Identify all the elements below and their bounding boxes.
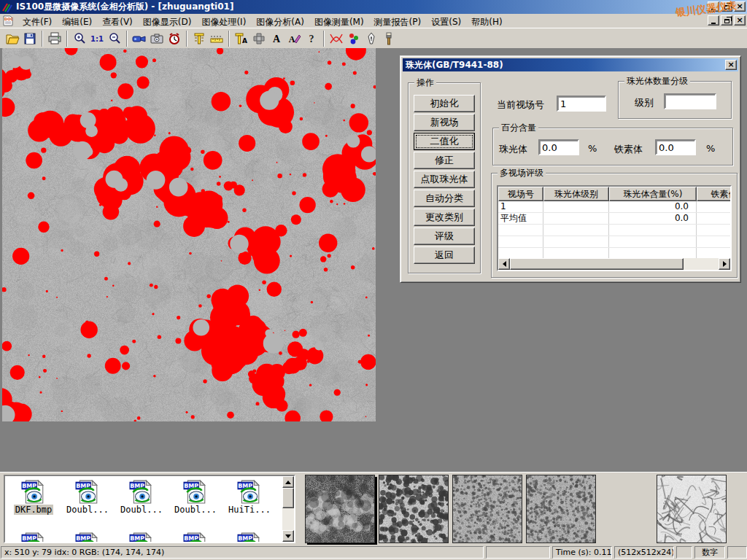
current-field-input[interactable] (557, 96, 606, 112)
menu-image-processing[interactable]: 图像处理(I) (196, 15, 251, 27)
ruler-button[interactable] (208, 30, 225, 47)
app-icon (1, 2, 13, 12)
menu-view[interactable]: 查看(V) (97, 15, 138, 27)
zoom-out-button[interactable] (106, 30, 123, 47)
file-item[interactable] (7, 532, 61, 542)
file-item[interactable]: Doubl... (169, 479, 222, 515)
thumbnail-3[interactable] (452, 475, 522, 543)
scrollbar-thumb[interactable] (282, 488, 294, 508)
grading-group-label: 珠光体数量分级 (624, 76, 690, 86)
pen-button[interactable] (363, 30, 380, 47)
thumbnail-2[interactable] (379, 475, 449, 543)
restore-button[interactable] (721, 1, 732, 12)
table-row[interactable]: 1 0.0 (498, 201, 730, 213)
level-input[interactable] (664, 93, 716, 109)
grading-table[interactable]: 视场号 珠光体级别 珠光体含量(%) 铁素体含量(%) 1 0.0 平均值 0.… (497, 185, 732, 271)
spline-button[interactable] (328, 30, 345, 47)
text-button[interactable]: A (268, 30, 285, 47)
grade-button[interactable]: 评级 (414, 228, 475, 245)
file-item[interactable]: Doubl... (61, 479, 115, 515)
table-row-empty (498, 225, 730, 236)
minimize-icon (711, 23, 716, 24)
auto-classify-button[interactable]: 自动分类 (414, 190, 475, 207)
scroll-right-button[interactable] (719, 258, 730, 270)
file-item[interactable]: HuiTi... (222, 479, 276, 515)
particles-button[interactable] (345, 30, 363, 47)
measure-text-button[interactable]: A (233, 30, 250, 47)
file-list-scrollbar[interactable] (282, 476, 294, 542)
file-item[interactable] (61, 532, 115, 542)
zoom-in-button[interactable] (71, 30, 88, 47)
col-pearlite-grade[interactable]: 珠光体级别 (543, 187, 609, 201)
cell-field-no: 1 (498, 201, 543, 212)
file-item[interactable]: DKF.bmp (7, 479, 61, 515)
pearlite-percent-input[interactable] (538, 139, 579, 155)
cell-ferrite-content (697, 213, 732, 224)
scroll-down-button[interactable] (282, 530, 294, 542)
caliper-button[interactable] (190, 30, 208, 47)
menu-image-measure[interactable]: 图像测量(M) (309, 15, 369, 27)
print-button[interactable] (46, 30, 63, 47)
mdi-minimize-button[interactable] (708, 15, 719, 26)
file-item[interactable] (115, 532, 169, 542)
binarize-button[interactable]: 二值化 (414, 133, 475, 150)
table-horizontal-scrollbar[interactable] (498, 258, 730, 270)
menu-image-display[interactable]: 图像显示(D) (138, 15, 197, 27)
video-camera-button[interactable] (131, 30, 148, 47)
close-icon: × (736, 17, 743, 24)
close-button[interactable]: × (734, 1, 746, 12)
title-bar[interactable]: IS100显微摄像系统(金相分析版) - [zhuguangti01] × (0, 0, 747, 14)
thumbnail-1[interactable] (305, 475, 375, 543)
minimize-button[interactable] (708, 1, 719, 12)
up-arrow-icon (285, 481, 291, 484)
scroll-up-button[interactable] (282, 476, 294, 488)
brush-button[interactable] (380, 30, 398, 47)
col-field-no[interactable]: 视场号 (498, 187, 543, 201)
file-item[interactable]: Doubl... (115, 479, 169, 515)
level-label: 级别 (635, 96, 654, 109)
col-ferrite-content[interactable]: 铁素体含量(%) (697, 187, 732, 201)
pick-pearlite-button[interactable]: 点取珠光体 (414, 171, 475, 188)
actual-size-button[interactable]: 1:1 (88, 30, 106, 47)
svg-text:A: A (273, 34, 281, 44)
menu-help[interactable]: 帮助(H) (466, 15, 507, 27)
pattern-button[interactable] (250, 30, 268, 47)
return-button[interactable]: 返回 (414, 246, 475, 264)
timer-button[interactable] (166, 30, 183, 47)
initialize-button[interactable]: 初始化 (414, 95, 475, 112)
thumbnail-4[interactable] (526, 475, 596, 543)
correct-button[interactable]: 修正 (414, 152, 475, 169)
mdi-restore-button[interactable] (721, 15, 732, 26)
operation-group-label: 操作 (414, 77, 436, 88)
thumbnail-5[interactable] (657, 475, 727, 543)
dialog-close-button[interactable]: × (725, 60, 737, 70)
snapshot-button[interactable] (148, 30, 166, 47)
micrograph-image[interactable] (2, 48, 376, 421)
menu-image-analysis[interactable]: 图像分析(A) (251, 15, 309, 27)
save-button[interactable] (21, 30, 39, 47)
file-row-partial (7, 532, 276, 542)
dialog-title-bar[interactable]: 珠光体(GB/T9441-88) × (403, 58, 738, 71)
save-icon (23, 32, 36, 45)
bmp-file-icon (21, 479, 46, 504)
bmp-file-icon (183, 532, 208, 542)
scroll-left-button[interactable] (498, 258, 510, 270)
menu-settings[interactable]: 设置(S) (426, 15, 466, 27)
new-field-button[interactable]: 新视场 (414, 114, 475, 131)
percent-group-label: 百分含量 (499, 122, 538, 133)
ferrite-percent-input[interactable] (655, 139, 696, 155)
file-item[interactable] (222, 532, 276, 542)
menu-file[interactable]: 文件(F) (18, 15, 57, 27)
help-button[interactable]: ? (303, 30, 320, 47)
open-button[interactable] (4, 30, 21, 47)
table-row[interactable]: 平均值 0.0 (498, 213, 730, 225)
file-item[interactable] (169, 532, 222, 542)
scrollbar-track[interactable] (684, 258, 719, 270)
menu-edit[interactable]: 编辑(E) (57, 15, 97, 27)
change-class-button[interactable]: 更改类别 (414, 209, 475, 226)
col-pearlite-content[interactable]: 珠光体含量(%) (609, 187, 697, 201)
annotate-button[interactable]: A (285, 30, 303, 47)
mdi-close-button[interactable]: × (734, 15, 746, 26)
menu-measure-report[interactable]: 测量报告(P) (369, 15, 427, 27)
scrollbar-thumb[interactable] (510, 258, 684, 270)
